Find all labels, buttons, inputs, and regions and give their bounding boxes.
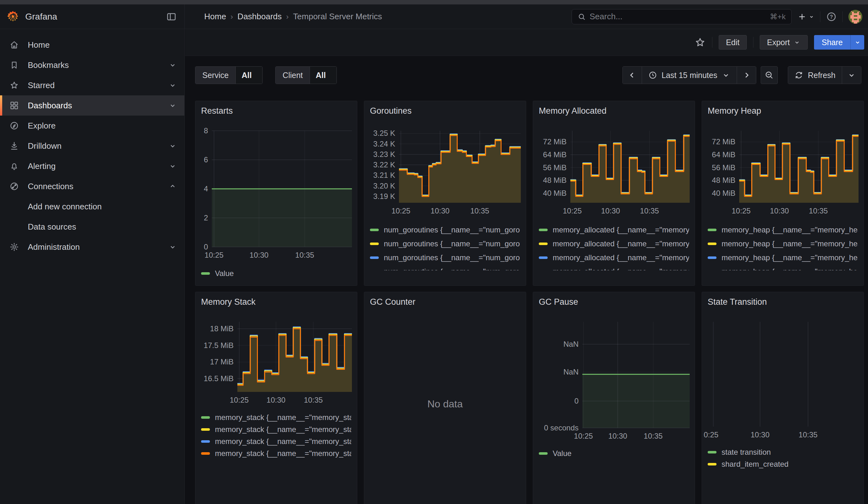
variable-value[interactable]: All bbox=[236, 66, 262, 84]
bell-icon bbox=[9, 161, 19, 171]
edit-button[interactable]: Edit bbox=[719, 35, 747, 50]
chart-plot[interactable] bbox=[237, 322, 352, 392]
legend-item[interactable]: memory_stack {__name__="memory_stack", o… bbox=[201, 411, 351, 423]
y-axis-tick-label: 3.23 K bbox=[370, 150, 395, 159]
time-shift-forward-button[interactable] bbox=[737, 66, 756, 84]
legend-item[interactable]: memory_heap {__name__="memory_heap", ote… bbox=[707, 237, 858, 251]
legend-item[interactable]: num_goroutines {__name__="num_goroutines… bbox=[370, 251, 520, 265]
x-axis-tick-label: 10:35 bbox=[640, 207, 659, 215]
sidebar-item-starred[interactable]: Starred bbox=[0, 75, 184, 95]
time-range-picker[interactable]: Last 15 minutes bbox=[642, 66, 737, 84]
question-circle-icon: ? bbox=[826, 11, 837, 22]
star-dashboard-icon[interactable] bbox=[694, 37, 706, 48]
search-input[interactable]: Search... ⌘+k bbox=[572, 9, 792, 24]
legend-series-label: memory_stack {__name__="memory_stack", o… bbox=[215, 413, 351, 422]
sidebar-item-home[interactable]: Home bbox=[0, 35, 184, 55]
y-axis-tick-label: 3.22 K bbox=[370, 161, 395, 169]
sidebar-item-administration[interactable]: Administration bbox=[0, 237, 184, 257]
export-button[interactable]: Export bbox=[760, 35, 808, 50]
chart-area[interactable]: 8642010:2510:3010:35 bbox=[201, 131, 351, 261]
variable-value-text: All bbox=[241, 71, 251, 80]
panel-title[interactable]: Memory Allocated bbox=[539, 105, 689, 116]
share-dropdown-button[interactable] bbox=[850, 35, 864, 50]
legend-item[interactable]: memory_heap {__name__="memory_heap", ote… bbox=[707, 251, 858, 265]
legend-series-label: num_goroutines {__name__="num_goroutines… bbox=[384, 239, 520, 248]
client-variable-select[interactable]: ClientAll bbox=[275, 66, 337, 84]
share-button[interactable]: Share bbox=[814, 35, 864, 50]
brand-name[interactable]: Grafana bbox=[25, 12, 166, 22]
sidebar-item-bookmarks[interactable]: Bookmarks bbox=[0, 55, 184, 75]
panel-title[interactable]: Goroutines bbox=[370, 105, 520, 116]
legend-item[interactable]: memory_allocated {__name__="memory_alloc… bbox=[539, 251, 689, 265]
legend-item[interactable]: memory_allocated {__name__="memory_alloc… bbox=[539, 265, 689, 270]
panel-title[interactable]: State Transition bbox=[707, 297, 858, 307]
chevron-down-icon bbox=[168, 162, 177, 170]
chart-area[interactable]: 72 MiB64 MiB56 MiB48 MiB40 MiB10:2510:30… bbox=[539, 131, 689, 217]
chart-plot[interactable] bbox=[212, 131, 352, 247]
x-axis-tick-label: 10:30 bbox=[608, 432, 627, 441]
legend-item[interactable]: memory_allocated {__name__="memory_alloc… bbox=[539, 223, 689, 237]
sidebar-item-add-new-connection[interactable]: Add new connection bbox=[0, 196, 184, 217]
sidebar-item-connections[interactable]: Connections bbox=[0, 176, 184, 196]
legend-series-label: num_goroutines {__name__="num_goroutines… bbox=[384, 267, 520, 270]
chart-area[interactable]: 18 MiB17.5 MiB17 MiB16.5 MiB10:2510:3010… bbox=[201, 322, 351, 406]
legend-item[interactable]: memory_stack {__name__="memory_stack", o… bbox=[201, 448, 351, 460]
collapse-sidebar-icon[interactable] bbox=[166, 11, 177, 22]
chart-area[interactable]: 72 MiB64 MiB56 MiB48 MiB40 MiB10:2510:30… bbox=[707, 131, 858, 217]
legend-series-label: memory_stack {__name__="memory_stack", o… bbox=[215, 449, 351, 458]
user-avatar[interactable] bbox=[848, 10, 862, 24]
legend-item[interactable]: num_goroutines {__name__="num_goroutines… bbox=[370, 237, 520, 251]
legend-item[interactable]: Value bbox=[201, 267, 351, 280]
time-shift-back-button[interactable] bbox=[623, 66, 642, 84]
y-axis-tick-label: 40 MiB bbox=[707, 189, 735, 198]
sidebar-item-alerting[interactable]: Alerting bbox=[0, 156, 184, 176]
panel-title[interactable]: Memory Stack bbox=[201, 297, 351, 307]
legend-item[interactable]: memory_allocated {__name__="memory_alloc… bbox=[539, 237, 689, 251]
chart-plot[interactable] bbox=[739, 131, 859, 203]
sidebar-item-explore[interactable]: Explore bbox=[0, 116, 184, 136]
legend-item[interactable]: memory_stack {__name__="memory_stack", o… bbox=[201, 435, 351, 448]
legend-series-marker bbox=[539, 452, 548, 455]
panel-title[interactable]: GC Counter bbox=[370, 297, 520, 307]
legend-item[interactable]: memory_heap {__name__="memory_heap", ote… bbox=[707, 223, 858, 237]
time-range-group: Last 15 minutes bbox=[622, 66, 757, 84]
chart-plot[interactable] bbox=[702, 322, 864, 426]
breadcrumb-item[interactable]: Home bbox=[204, 12, 226, 21]
chart-plot[interactable] bbox=[582, 322, 690, 428]
chart-area[interactable]: NaNNaN00 seconds10:2510:3010:35 bbox=[539, 322, 689, 442]
legend-series-label: memory_allocated {__name__="memory_alloc… bbox=[553, 253, 689, 262]
legend-item[interactable]: state transition bbox=[707, 446, 858, 458]
panel-title[interactable]: Restarts bbox=[201, 105, 351, 116]
panel-title[interactable]: GC Pause bbox=[539, 297, 689, 307]
chart-plot[interactable] bbox=[570, 131, 690, 203]
panel-title[interactable]: Memory Heap bbox=[707, 105, 858, 116]
legend-item[interactable]: Value bbox=[539, 448, 689, 460]
zoom-out-button[interactable] bbox=[761, 66, 778, 84]
y-axis-tick-label: 56 MiB bbox=[707, 163, 735, 172]
legend-series-label: memory_allocated {__name__="memory_alloc… bbox=[553, 239, 689, 248]
sidebar-item-data-sources[interactable]: Data sources bbox=[0, 217, 184, 237]
chart-area[interactable]: 0:2510:3010:35 bbox=[702, 322, 864, 441]
panel-gc-pause: GC PauseNaNNaN00 seconds10:2510:3010:35V… bbox=[533, 292, 695, 504]
legend-item[interactable]: memory_heap {__name__="memory_heap", ote… bbox=[707, 265, 858, 270]
chart-plot[interactable] bbox=[399, 131, 521, 203]
sidebar-item-dashboards[interactable]: Dashboards bbox=[0, 95, 184, 116]
x-axis-tick-label: 10:30 bbox=[601, 207, 620, 215]
variable-value[interactable]: All bbox=[310, 66, 337, 84]
breadcrumb-item[interactable]: Dashboards bbox=[237, 12, 281, 21]
refresh-button[interactable]: Refresh bbox=[788, 66, 842, 84]
window-top-strip bbox=[0, 0, 868, 4]
legend-item[interactable]: shard_item_created bbox=[707, 458, 858, 470]
y-axis-tick-label: 3.19 K bbox=[370, 192, 395, 201]
chart-area[interactable]: 3.25 K3.24 K3.23 K3.22 K3.21 K3.20 K3.19… bbox=[370, 131, 520, 217]
refresh-interval-dropdown[interactable] bbox=[842, 66, 861, 84]
legend-item[interactable]: memory_stack {__name__="memory_stack", o… bbox=[201, 423, 351, 435]
sidebar-item-drilldown[interactable]: Drilldown bbox=[0, 136, 184, 156]
legend-item[interactable]: num_goroutines {__name__="num_goroutines… bbox=[370, 265, 520, 270]
legend-item[interactable]: num_goroutines {__name__="num_goroutines… bbox=[370, 223, 520, 237]
panel-legend: memory_heap {__name__="memory_heap", ote… bbox=[707, 223, 858, 270]
help-button[interactable]: ? bbox=[826, 11, 837, 22]
sidebar-item-label: Administration bbox=[28, 242, 168, 252]
add-new-button[interactable] bbox=[797, 12, 814, 21]
service-variable-select[interactable]: ServiceAll bbox=[195, 66, 262, 84]
